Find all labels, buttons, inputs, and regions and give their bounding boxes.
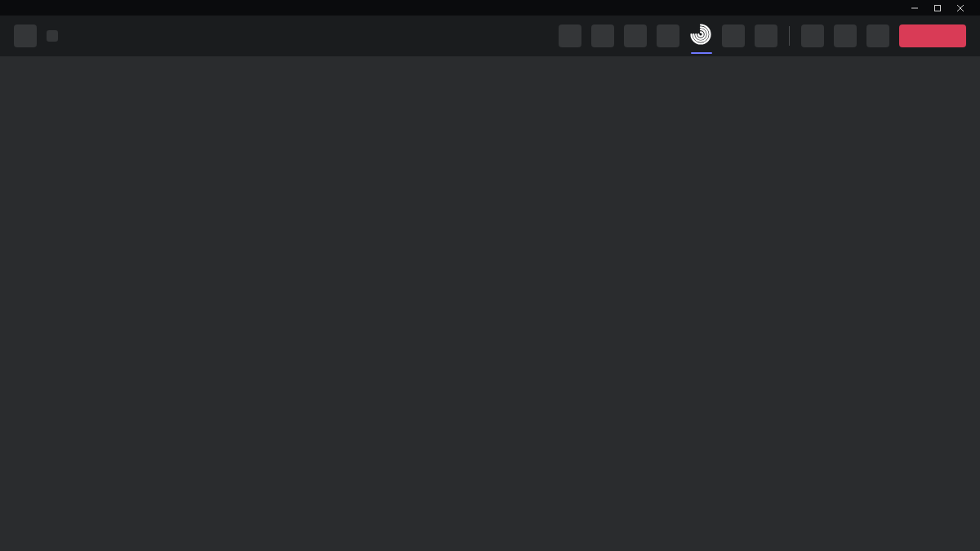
toolbar-divider xyxy=(789,26,790,46)
tool-button-9[interactable] xyxy=(866,24,889,47)
tool-button-6[interactable] xyxy=(755,24,777,47)
tool-button-5[interactable] xyxy=(722,24,745,47)
toolbar-secondary-button[interactable] xyxy=(47,30,58,42)
spiral-icon xyxy=(690,24,711,48)
primary-cta-button[interactable] xyxy=(899,24,966,47)
tool-button-2[interactable] xyxy=(591,24,614,47)
toolbar-left-group xyxy=(14,24,58,47)
window-close-button[interactable] xyxy=(949,0,972,16)
toolbar-right-group xyxy=(559,24,966,47)
tool-button-8[interactable] xyxy=(834,24,857,47)
spiral-mode-button[interactable] xyxy=(689,24,712,47)
tool-button-3[interactable] xyxy=(624,24,647,47)
tool-button-1[interactable] xyxy=(559,24,581,47)
window-maximize-button[interactable] xyxy=(926,0,949,16)
app-toolbar xyxy=(0,16,980,56)
tool-button-7[interactable] xyxy=(801,24,824,47)
window-titlebar xyxy=(0,0,980,16)
main-content-area xyxy=(0,56,980,551)
tool-button-4[interactable] xyxy=(657,24,679,47)
svg-rect-1 xyxy=(935,5,941,11)
window-minimize-button[interactable] xyxy=(903,0,926,16)
app-menu-button[interactable] xyxy=(14,24,37,47)
